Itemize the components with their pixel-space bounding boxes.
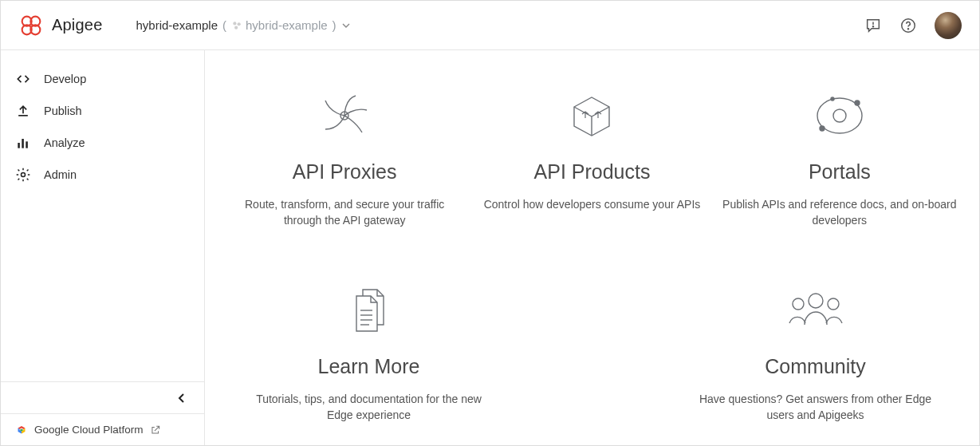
brand-name: Apigee	[52, 16, 102, 34]
avatar[interactable]	[935, 12, 962, 39]
sidebar-item-develop[interactable]: Develop	[1, 63, 204, 95]
svg-point-20	[831, 97, 834, 101]
org-chip-icon	[231, 20, 242, 31]
card-title: API Products	[472, 160, 711, 184]
svg-point-10	[907, 28, 908, 29]
card-desc: Have questions? Get answers from other E…	[696, 391, 935, 424]
org-paren-close: )	[333, 18, 337, 32]
org-selector[interactable]: hybrid-example ( hybrid-example )	[136, 18, 350, 32]
sidebar-item-label: Develop	[44, 73, 86, 85]
apigee-logo-icon	[18, 13, 44, 38]
svg-point-27	[828, 298, 839, 310]
card-desc: Publish APIs and reference docs, and on-…	[720, 196, 959, 229]
sidebar-item-publish[interactable]: Publish	[1, 95, 204, 127]
header: Apigee hybrid-example ( hybrid-example )	[1, 1, 979, 50]
svg-point-16	[833, 109, 846, 122]
card-api-products[interactable]: API Products Control how developers cons…	[472, 87, 711, 229]
chevron-left-icon	[175, 392, 188, 405]
card-title: Portals	[720, 160, 959, 184]
svg-rect-11	[18, 143, 20, 148]
svg-point-14	[22, 173, 26, 177]
gcp-link[interactable]: Google Cloud Platform	[1, 413, 204, 445]
code-icon	[15, 71, 31, 87]
people-icon	[696, 282, 935, 339]
svg-point-19	[820, 126, 825, 131]
gcp-logo-icon	[15, 424, 28, 436]
analytics-icon	[15, 135, 31, 151]
main-content: API Proxies Route, transform, and secure…	[205, 50, 979, 445]
svg-point-5	[238, 22, 241, 26]
card-portals[interactable]: Portals Publish APIs and reference docs,…	[720, 87, 959, 229]
cards-row-1: API Proxies Route, transform, and secure…	[221, 87, 963, 229]
sidebar-item-label: Analyze	[44, 136, 85, 149]
card-title: Community	[696, 355, 935, 378]
card-title: API Proxies	[225, 160, 464, 184]
cards-row-2: Learn More Tutorials, tips, and document…	[221, 282, 963, 424]
svg-point-25	[809, 294, 823, 308]
chevron-down-icon	[341, 21, 351, 30]
logo[interactable]: Apigee	[18, 13, 102, 38]
svg-point-6	[234, 26, 238, 29]
svg-rect-13	[26, 141, 28, 148]
documents-icon	[250, 282, 489, 339]
svg-point-4	[233, 22, 236, 25]
publish-icon	[15, 103, 31, 119]
external-link-icon	[150, 424, 161, 436]
package-icon	[472, 87, 711, 144]
sidebar-item-admin[interactable]: Admin	[1, 159, 204, 191]
org-chip: hybrid-example	[231, 18, 328, 32]
feedback-icon[interactable]	[864, 17, 882, 34]
card-title: Learn More	[250, 355, 489, 378]
sidebar-nav: Develop Publish Analyze	[1, 50, 204, 203]
orbit-icon	[720, 87, 959, 144]
sidebar-item-analyze[interactable]: Analyze	[1, 127, 204, 159]
gear-icon	[15, 167, 31, 183]
card-learn-more[interactable]: Learn More Tutorials, tips, and document…	[250, 282, 489, 424]
svg-rect-12	[22, 139, 24, 148]
body: Develop Publish Analyze	[1, 50, 979, 445]
gcp-label: Google Cloud Platform	[34, 424, 144, 436]
sidebar-collapse-button[interactable]	[1, 381, 204, 413]
org-paren-open: (	[222, 18, 226, 32]
org-name: hybrid-example	[136, 18, 218, 32]
svg-point-8	[872, 26, 873, 26]
app-window: Apigee hybrid-example ( hybrid-example )	[0, 0, 980, 446]
sidebar-item-label: Admin	[44, 168, 77, 181]
org-chip-label: hybrid-example	[246, 18, 328, 32]
card-desc: Tutorials, tips, and documentation for t…	[250, 391, 489, 424]
svg-point-18	[855, 101, 860, 105]
help-icon[interactable]	[899, 17, 917, 34]
card-community[interactable]: Community Have questions? Get answers fr…	[696, 282, 935, 424]
card-desc: Control how developers consume your APIs	[472, 196, 711, 212]
header-actions	[864, 12, 962, 39]
card-desc: Route, transform, and secure your traffi…	[225, 196, 464, 229]
card-api-proxies[interactable]: API Proxies Route, transform, and secure…	[225, 87, 464, 229]
sidebar: Develop Publish Analyze	[1, 50, 205, 445]
sidebar-item-label: Publish	[44, 105, 82, 117]
svg-point-26	[793, 298, 804, 310]
aperture-icon	[225, 87, 464, 144]
